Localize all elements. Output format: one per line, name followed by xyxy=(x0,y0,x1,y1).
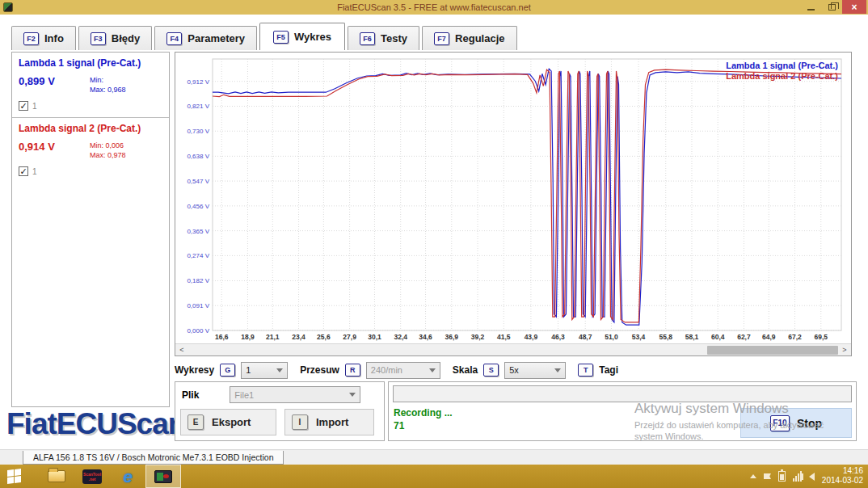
restore-button[interactable] xyxy=(821,0,842,14)
scantool-net-icon[interactable]: ScanTool.net xyxy=(74,465,110,488)
wykresy-label: Wykresy xyxy=(175,364,214,376)
svg-text:46,3: 46,3 xyxy=(551,333,565,341)
chart-horizontal-scrollbar[interactable]: < > xyxy=(175,343,851,355)
hidden-icons-icon[interactable] xyxy=(750,474,756,478)
chart-controls: Wykresy G 1 Przesuw R 240/min Skala S 5x… xyxy=(175,360,852,380)
skala-select[interactable]: 5x xyxy=(504,362,566,379)
wykresy-select[interactable]: 1 xyxy=(241,362,288,379)
skala-label: Skala xyxy=(453,364,478,376)
speaker-icon[interactable] xyxy=(809,473,815,481)
signal-value: 0,914 V xyxy=(19,141,90,160)
chevron-down-icon xyxy=(349,393,356,397)
signal-checkbox[interactable]: ✓ xyxy=(19,166,28,176)
minimize-icon xyxy=(807,9,815,11)
recording-count: 71 xyxy=(394,420,404,431)
svg-text:67,2: 67,2 xyxy=(788,333,802,341)
signal-checkbox[interactable]: ✓ xyxy=(19,101,28,111)
svg-text:0,912 V: 0,912 V xyxy=(187,78,209,86)
close-button[interactable]: × xyxy=(842,0,866,14)
window-title: FiatECUScan 3.5 - FREE at www.fiatecusca… xyxy=(0,2,868,12)
eksport-button[interactable]: E Eksport xyxy=(180,409,276,435)
i-key-icon: I xyxy=(292,414,308,430)
channel-label: 1 xyxy=(32,102,37,111)
import-button[interactable]: I Import xyxy=(284,409,374,435)
svg-text:0,547 V: 0,547 V xyxy=(187,178,209,185)
przesuw-label: Przesuw xyxy=(300,364,339,376)
f7-key-icon: F7 xyxy=(434,32,449,45)
svg-text:27,9: 27,9 xyxy=(343,333,356,341)
e-key-icon: E xyxy=(188,414,204,430)
chevron-down-icon xyxy=(276,368,283,372)
svg-text:Lambda signal 2 (Pre-Cat.): Lambda signal 2 (Pre-Cat.) xyxy=(726,71,838,81)
recording-section: Recording ... 71 F10 Stop xyxy=(388,381,857,441)
svg-text:0,274 V: 0,274 V xyxy=(187,252,209,259)
f5-key-icon: F5 xyxy=(273,31,289,44)
taskbar-clock[interactable]: 14:16 2014-03-02 xyxy=(822,466,863,486)
tab-bledy[interactable]: F3 Błędy xyxy=(78,26,152,50)
tab-regulacje[interactable]: F7 Regulacje xyxy=(422,26,516,50)
svg-text:43,9: 43,9 xyxy=(525,333,538,341)
svg-text:0,091 V: 0,091 V xyxy=(187,302,209,309)
f3-key-icon: F3 xyxy=(91,32,106,45)
svg-text:32,4: 32,4 xyxy=(394,333,407,341)
scroll-right-icon[interactable]: > xyxy=(838,346,851,354)
svg-text:62,7: 62,7 xyxy=(737,333,751,341)
svg-text:0,638 V: 0,638 V xyxy=(187,153,209,160)
vehicle-info: ALFA 156 1.8 TS 16V / Bosch Motronic Me7… xyxy=(23,451,284,465)
progress-bar xyxy=(393,385,852,402)
status-bar: ALFA 156 1.8 TS 16V / Bosch Motronic Me7… xyxy=(0,449,868,465)
chevron-down-icon xyxy=(554,368,561,372)
internet-explorer-icon[interactable]: e xyxy=(110,465,145,488)
svg-text:0,182 V: 0,182 V xyxy=(187,277,209,284)
f2-key-icon: F2 xyxy=(23,32,39,45)
svg-text:64,9: 64,9 xyxy=(762,333,776,341)
svg-text:39,2: 39,2 xyxy=(471,333,485,341)
tab-bar: F2 Info F3 Błędy F4 Parametery F5 Wykres… xyxy=(11,23,520,50)
scrollbar-track[interactable] xyxy=(188,345,838,355)
action-center-flag-icon[interactable] xyxy=(764,473,771,479)
signal-max: Max: 0,968 xyxy=(90,85,126,95)
start-button[interactable] xyxy=(0,465,27,488)
fiatecuscan-taskbar-icon[interactable] xyxy=(145,465,181,488)
chevron-down-icon xyxy=(429,368,436,372)
svg-text:36,9: 36,9 xyxy=(445,333,459,341)
file-explorer-icon[interactable] xyxy=(39,465,74,488)
g-key-icon[interactable]: G xyxy=(220,364,235,377)
svg-text:58,1: 58,1 xyxy=(685,333,699,341)
svg-text:30,1: 30,1 xyxy=(368,333,381,341)
minimize-button[interactable] xyxy=(800,0,821,14)
signal-name: Lambda signal 2 (Pre-Cat.) xyxy=(19,123,162,134)
r-key-icon[interactable]: R xyxy=(345,364,360,377)
tab-info[interactable]: F2 Info xyxy=(11,26,76,50)
svg-text:0,730 V: 0,730 V xyxy=(187,128,209,135)
tab-wykres[interactable]: F5 Wykres xyxy=(259,23,345,50)
tab-parametery[interactable]: F4 Parametery xyxy=(154,26,257,50)
stop-button[interactable]: F10 Stop xyxy=(740,408,852,438)
fiatecuscan-logo: FiatECUScan xyxy=(6,407,185,441)
svg-text:0,365 V: 0,365 V xyxy=(187,228,209,235)
signal-list-panel: Lambda 1 signal (Pre-Cat.) 0,899 V Min: … xyxy=(11,52,170,407)
tab-testy[interactable]: F6 Testy xyxy=(348,26,419,50)
przesuw-select[interactable]: 240/min xyxy=(366,362,440,379)
tagi-label: Tagi xyxy=(599,364,618,376)
signal-item-lambda1: Lambda 1 signal (Pre-Cat.) 0,899 V Min: … xyxy=(12,53,169,117)
windows-logo-icon xyxy=(7,469,21,484)
scroll-left-icon[interactable]: < xyxy=(175,346,188,354)
file-select[interactable]: File1 xyxy=(230,386,360,403)
signal-min: Min: xyxy=(90,75,126,85)
scrollbar-thumb[interactable] xyxy=(707,346,838,355)
svg-text:21,1: 21,1 xyxy=(266,333,280,341)
svg-text:60,4: 60,4 xyxy=(711,333,725,341)
svg-text:51,0: 51,0 xyxy=(605,333,618,341)
svg-text:53,4: 53,4 xyxy=(632,333,646,341)
system-tray xyxy=(750,465,815,488)
svg-text:34,6: 34,6 xyxy=(419,333,432,341)
t-key-icon[interactable]: T xyxy=(578,364,593,377)
plik-label: Plik xyxy=(182,389,199,401)
svg-text:0,821 V: 0,821 V xyxy=(187,103,209,110)
restore-icon xyxy=(828,4,836,11)
svg-text:41,5: 41,5 xyxy=(497,333,511,341)
s-key-icon[interactable]: S xyxy=(483,364,499,377)
taskbar: ScanTool.net e 14:16 2014-03-02 xyxy=(0,465,868,488)
battery-icon[interactable] xyxy=(778,471,786,482)
